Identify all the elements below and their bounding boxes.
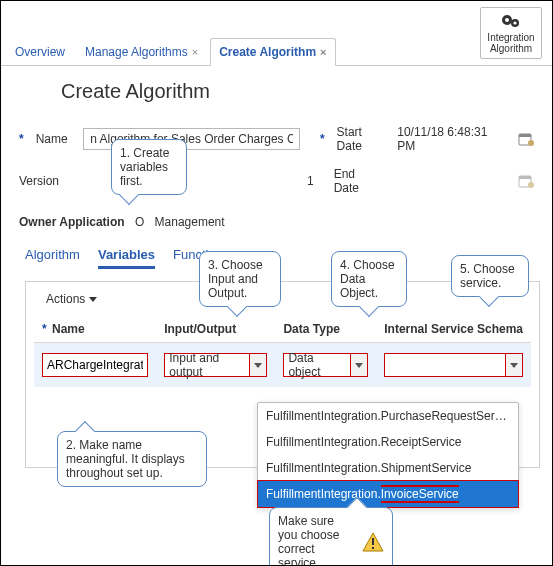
start-date-label: Start Date (337, 125, 388, 153)
schema-option[interactable]: FulfillmentIntegration.PurchaseRequestSe… (258, 403, 518, 429)
svg-rect-11 (372, 538, 374, 545)
data-type-combo[interactable]: Data object (283, 353, 368, 377)
required-asterisk: * (19, 132, 24, 146)
col-input-output[interactable]: Input/Output (156, 316, 275, 343)
actions-label: Actions (46, 292, 85, 306)
tab-overview[interactable]: Overview (7, 39, 73, 65)
input-output-combo[interactable]: Input and output (164, 353, 267, 377)
callout-warning: Make sure you choose correct service. (269, 507, 393, 566)
tab-label: Create Algorithm (219, 45, 316, 59)
svg-rect-8 (519, 176, 531, 179)
variables-grid: * Name Input/Output Data Type Internal S… (34, 316, 531, 387)
schema-option[interactable]: FulfillmentIntegration.ReceiptService (258, 429, 518, 455)
combo-value (384, 353, 505, 377)
svg-point-1 (505, 18, 509, 22)
start-date-value: 10/11/18 6:48:31 PM (397, 125, 508, 153)
schema-option-selected[interactable]: FulfillmentIntegration.InvoiceService (257, 480, 519, 508)
calendar-icon[interactable] (518, 173, 534, 189)
subtab-variables[interactable]: Variables (98, 247, 155, 269)
schema-opt-suffix: InvoiceService (381, 485, 459, 503)
col-data-type[interactable]: Data Type (275, 316, 376, 343)
integration-algorithm-button[interactable]: Integration Algorithm (480, 7, 542, 59)
integ-label-1: Integration (487, 32, 534, 43)
callout-step-4: 4. Choose Data Object. (331, 251, 407, 307)
variable-name-field[interactable] (42, 353, 148, 377)
table-row[interactable]: Input and output Data object (34, 343, 531, 388)
name-label: Name (36, 132, 74, 146)
schema-opt-prefix: FulfillmentIntegration. (266, 487, 381, 501)
chevron-down-icon (89, 297, 97, 302)
callout-step-5: 5. Choose service. (451, 255, 529, 297)
owner-app-value: Management (155, 215, 225, 229)
svg-point-9 (528, 182, 534, 188)
callout-step-1: 1. Create variables first. (111, 139, 187, 195)
chevron-down-icon[interactable] (505, 353, 523, 377)
app-frame: Overview Manage Algorithms × Create Algo… (0, 0, 553, 566)
svg-point-3 (513, 21, 516, 24)
schema-option[interactable]: FulfillmentIntegration.ShipmentService (258, 455, 518, 481)
col-name[interactable]: * Name (34, 316, 156, 343)
schema-combo[interactable] (384, 353, 523, 377)
svg-rect-5 (519, 134, 531, 137)
warning-icon (362, 532, 384, 552)
tab-create-algorithm[interactable]: Create Algorithm × (210, 38, 335, 66)
calendar-icon[interactable] (518, 131, 534, 147)
page-title: Create Algorithm (1, 66, 552, 121)
chevron-down-icon[interactable] (249, 353, 267, 377)
svg-point-6 (528, 140, 534, 146)
schema-dropdown-list: FulfillmentIntegration.PurchaseRequestSe… (257, 402, 519, 508)
end-date-label: End Date (334, 167, 381, 195)
gears-icon (483, 12, 539, 30)
close-icon[interactable]: × (192, 46, 198, 58)
combo-value: Input and output (164, 353, 249, 377)
integ-label-2: Algorithm (490, 43, 532, 54)
callout-step-2: 2. Make name meaningful. It displays thr… (57, 431, 207, 487)
subtab-algorithm[interactable]: Algorithm (25, 247, 80, 269)
svg-rect-12 (372, 547, 374, 549)
col-schema[interactable]: Internal Service Schema (376, 316, 531, 343)
chevron-down-icon[interactable] (350, 353, 368, 377)
close-icon[interactable]: × (320, 46, 326, 58)
tab-label: Manage Algorithms (85, 45, 188, 59)
callout-step-3: 3. Choose Input and Output. (199, 251, 281, 307)
version-label: Version (19, 174, 64, 188)
required-asterisk: * (320, 132, 325, 146)
combo-value: Data object (283, 353, 350, 377)
owner-app-label: Owner Application (19, 215, 125, 229)
tab-manage-algorithms[interactable]: Manage Algorithms × (77, 39, 206, 65)
version-value: 1 (307, 174, 314, 188)
nav-tabs: Overview Manage Algorithms × Create Algo… (1, 1, 552, 66)
